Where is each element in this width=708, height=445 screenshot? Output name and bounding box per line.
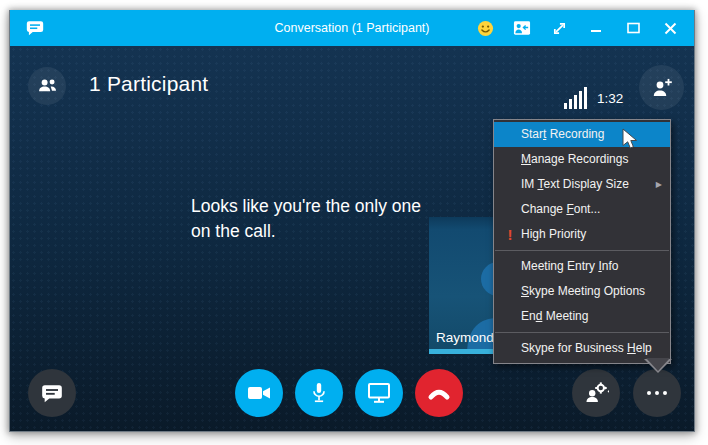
close-icon [664,22,677,35]
contact-card-icon [513,20,531,36]
add-person-icon [650,77,674,99]
menu-item-label: Skype for Business Help [521,341,652,355]
hang-up-phone-icon [426,384,452,402]
video-camera-icon [246,383,272,403]
video-button[interactable] [235,369,283,417]
menu-item-skype-meeting-options[interactable]: Skype Meeting Options [494,279,670,304]
present-button[interactable] [355,369,403,417]
app-chat-bubble-icon[interactable] [25,18,45,38]
more-options-button[interactable] [633,369,681,417]
menu-item-label: Meeting Entry Info [521,259,618,273]
monitor-icon [366,381,392,405]
menu-item-label: Start Recording [521,127,604,141]
participants-button[interactable] [28,67,66,105]
minimize-button[interactable] [586,18,606,38]
menu-item-label: Manage Recordings [521,152,628,166]
titlebar: Conversation (1 Participant) [10,10,694,46]
microphone-icon [308,380,330,406]
minimize-icon [590,22,602,34]
skype-conversation-window: Conversation (1 Participant) [9,10,695,432]
menu-item-end-meeting[interactable]: End Meeting [494,304,670,329]
mouse-cursor-icon [622,128,638,159]
im-button[interactable] [28,369,76,417]
emoticon-button[interactable] [475,18,495,38]
menu-item-meeting-entry-info[interactable]: Meeting Entry Info [494,254,670,279]
submenu-arrow-icon: ▶ [656,172,662,197]
menu-separator [495,250,669,251]
maximize-icon [627,22,640,34]
menu-separator [495,332,669,333]
menu-item-label: Skype Meeting Options [521,284,645,298]
context-menu: Start RecordingManage RecordingsIM Text … [493,119,671,364]
menu-item-im-text-display-size[interactable]: IM Text Display Size▶ [494,172,670,197]
participants-group-icon [36,76,59,96]
menu-item-start-recording[interactable]: Start Recording [494,122,670,147]
person-gear-icon [584,381,609,405]
menu-item-label: End Meeting [521,309,588,323]
ellipsis-icon [647,391,667,395]
menu-item-label: Change Font... [521,202,600,216]
call-controls-button[interactable] [572,369,620,417]
chat-bubble-icon [40,383,64,404]
call-timer: 1:32 [597,91,623,106]
mute-button[interactable] [295,369,343,417]
menu-item-label: High Priority [521,227,586,241]
add-participant-button[interactable] [639,65,684,110]
maximize-button[interactable] [623,18,643,38]
close-button[interactable] [660,18,680,38]
end-call-button[interactable] [415,369,463,417]
menu-item-high-priority[interactable]: !High Priority [494,222,670,247]
high-priority-exclamation-icon: ! [503,222,517,247]
menu-item-change-font[interactable]: Change Font... [494,197,670,222]
signal-strength-icon [564,86,587,109]
smiley-icon [477,20,494,37]
menu-item-skype-for-business-help[interactable]: Skype for Business Help [494,336,670,361]
expand-arrows-icon [551,20,568,37]
im-popout-button[interactable] [512,18,532,38]
fullscreen-button[interactable] [549,18,569,38]
participants-count-label: 1 Participant [89,72,208,96]
participant-name-label: Raymond [436,330,494,345]
menu-item-label: IM Text Display Size [521,177,629,191]
empty-call-message: Looks like you're the only one on the ca… [191,194,429,244]
menu-item-manage-recordings[interactable]: Manage Recordings [494,147,670,172]
